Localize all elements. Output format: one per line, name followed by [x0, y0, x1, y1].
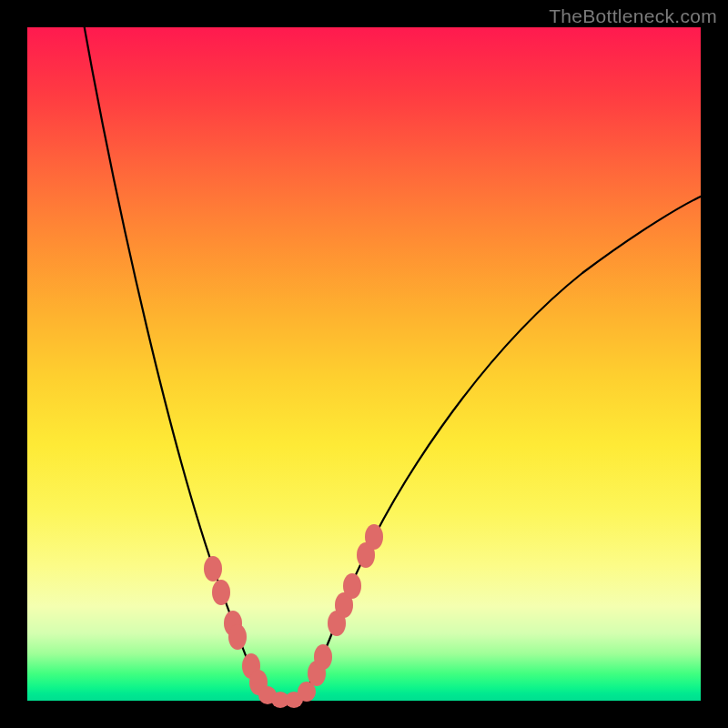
- plot-area: [27, 27, 701, 701]
- marker-group: [204, 524, 383, 708]
- curve-right-branch: [298, 196, 703, 701]
- curve-marker: [204, 556, 222, 581]
- curve-marker: [314, 644, 332, 670]
- chart-frame: TheBottleneck.com: [0, 0, 728, 728]
- curve-marker: [343, 573, 361, 599]
- curve-marker: [212, 580, 230, 605]
- curve-marker: [365, 524, 383, 550]
- curve-layer: [27, 27, 701, 701]
- curve-left-branch: [82, 14, 275, 701]
- curve-marker: [228, 624, 247, 650]
- watermark-label: TheBottleneck.com: [549, 5, 717, 27]
